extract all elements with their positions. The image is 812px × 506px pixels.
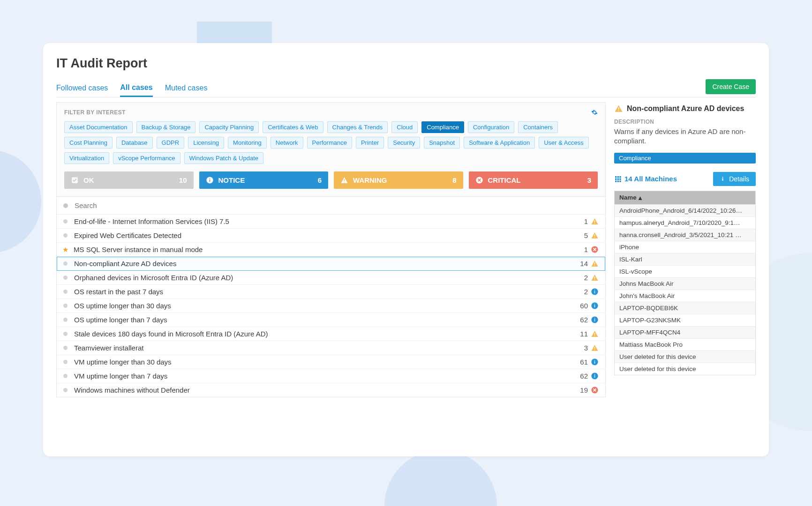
severity-notice[interactable]: NOTICE 6 xyxy=(199,171,329,189)
table-header[interactable]: Name ▴ xyxy=(615,191,755,204)
filter-chip[interactable]: Windows Patch & Update xyxy=(184,152,263,164)
bullet-icon xyxy=(63,332,68,336)
table-row[interactable]: Mattiass MacBook Pro xyxy=(615,338,755,350)
case-row[interactable]: ★MS SQL Server instance in manual mode1 xyxy=(57,243,605,257)
filter-chip[interactable]: Software & Application xyxy=(464,137,535,149)
filter-chip[interactable]: Capacity Planning xyxy=(199,121,259,133)
case-row[interactable]: VM uptime longer than 30 days61 xyxy=(57,355,605,369)
table-row[interactable]: ISL-Karl xyxy=(615,253,755,265)
case-row[interactable]: Windows machines without Defender19 xyxy=(57,383,605,397)
severity-ok[interactable]: OK 10 xyxy=(64,171,194,189)
tab-all[interactable]: All cases xyxy=(120,80,152,97)
filter-chip[interactable]: Asset Documentation xyxy=(64,121,133,133)
case-row[interactable]: Stale devices 180 days found in Microsof… xyxy=(57,327,605,341)
filter-chip[interactable]: Performance xyxy=(307,137,352,149)
check-icon xyxy=(71,176,79,184)
case-label: VM uptime longer than 30 days xyxy=(74,358,580,366)
severity-bar: OK 10 NOTICE 6 WARNING 8 xyxy=(64,171,598,189)
bullet-icon xyxy=(63,360,68,364)
svg-rect-33 xyxy=(594,375,595,378)
bullet-icon xyxy=(63,318,68,322)
warning-icon xyxy=(591,231,599,239)
filter-chip[interactable]: Changes & Trends xyxy=(327,121,388,133)
svg-rect-30 xyxy=(594,361,595,364)
filter-chip[interactable]: Monitoring xyxy=(228,137,267,149)
filter-chip[interactable]: Licensing xyxy=(188,137,224,149)
filter-chip[interactable]: Compliance xyxy=(421,121,464,133)
svg-rect-42 xyxy=(617,178,619,179)
severity-critical[interactable]: CRITICAL 3 xyxy=(469,171,598,189)
case-row[interactable]: Orphaned devices in Microsoft Entra ID (… xyxy=(57,271,605,285)
svg-rect-9 xyxy=(594,234,595,236)
detail-tag[interactable]: Compliance xyxy=(614,153,756,164)
filter-chip[interactable]: Configuration xyxy=(468,121,514,133)
table-row[interactable]: ISL-vScope xyxy=(615,265,755,277)
gear-icon[interactable] xyxy=(591,109,598,116)
table-row[interactable]: iPhone xyxy=(615,241,755,253)
bullet-icon xyxy=(63,346,68,350)
create-case-button[interactable]: Create Case xyxy=(706,79,756,94)
search-input[interactable] xyxy=(75,201,599,209)
case-label: Orphaned devices in Microsoft Entra ID (… xyxy=(74,274,584,282)
case-row[interactable]: OS uptime longer than 30 days60 xyxy=(57,299,605,313)
filter-chips: Asset DocumentationBackup & StorageCapac… xyxy=(64,121,598,164)
case-label: Windows machines without Defender xyxy=(74,386,580,394)
table-row[interactable]: LAPTOP-BQDEBI6K xyxy=(615,302,755,314)
case-row[interactable]: Expired Web Certificates Detected5 xyxy=(57,229,605,243)
table-row[interactable]: LAPTOP-G23NKSMK xyxy=(615,314,755,326)
svg-rect-20 xyxy=(594,305,595,307)
details-button[interactable]: Details xyxy=(713,172,756,186)
severity-warning[interactable]: WARNING 8 xyxy=(334,171,463,189)
bullet-icon xyxy=(63,275,68,280)
table-row[interactable]: hanna.cronsell_Android_3/5/2021_10:21 … xyxy=(615,229,755,241)
critical-icon xyxy=(591,386,599,394)
filter-chip[interactable]: Containers xyxy=(518,121,558,133)
case-count: 2 xyxy=(584,288,588,296)
filter-chip[interactable]: Cloud xyxy=(391,121,418,133)
case-count: 62 xyxy=(580,372,588,380)
case-row[interactable]: OS uptime longer than 7 days62 xyxy=(57,313,605,327)
table-row[interactable]: Johns MacBook Air xyxy=(615,277,755,290)
table-row[interactable]: User deleted for this device xyxy=(615,363,755,375)
case-row[interactable]: Teamviewer installerat3 xyxy=(57,341,605,355)
case-row[interactable]: VM uptime longer than 7 days62 xyxy=(57,369,605,383)
filter-chip[interactable]: Backup & Storage xyxy=(136,121,196,133)
svg-rect-38 xyxy=(615,176,617,178)
filter-chip[interactable]: Security xyxy=(388,137,420,149)
case-row[interactable]: OS restart in the past 7 days2 xyxy=(57,285,605,299)
svg-rect-21 xyxy=(594,304,595,304)
filter-chip[interactable]: Certificates & Web xyxy=(263,121,323,133)
warning-icon xyxy=(591,344,599,352)
case-row[interactable]: End-of-life - Internet Information Servi… xyxy=(57,215,605,229)
svg-rect-24 xyxy=(594,318,595,318)
filter-chip[interactable]: Printer xyxy=(356,137,384,149)
bullet-icon xyxy=(63,261,68,266)
svg-rect-27 xyxy=(594,347,595,349)
filter-chip[interactable]: Network xyxy=(271,137,303,149)
filter-title: FILTER BY INTEREST xyxy=(64,109,126,116)
svg-rect-10 xyxy=(594,237,595,238)
filter-chip[interactable]: Database xyxy=(116,137,153,149)
filter-chip[interactable]: vScope Performance xyxy=(113,152,180,164)
filter-chip[interactable]: Virtualization xyxy=(64,152,109,164)
case-row[interactable]: Non-compliant Azure AD devices14 xyxy=(57,257,605,271)
case-label: Teamviewer installerat xyxy=(74,344,584,352)
table-row[interactable]: User deleted for this device xyxy=(615,350,755,363)
filter-chip[interactable]: Snapshot xyxy=(424,137,460,149)
table-row[interactable]: hampus.alneryd_Android_7/10/2020_9:1… xyxy=(615,216,755,229)
tab-followed[interactable]: Followed cases xyxy=(56,80,108,96)
tab-muted[interactable]: Muted cases xyxy=(165,80,208,96)
table-row[interactable]: LAPTOP-MFF4QCN4 xyxy=(615,326,755,338)
filter-chip[interactable]: User & Access xyxy=(539,137,589,149)
filter-chip[interactable]: GDPR xyxy=(157,137,185,149)
table-row[interactable]: AndroidPhone_Android_6/14/2022_10:26… xyxy=(615,204,755,216)
notice-icon xyxy=(591,288,599,296)
table-row[interactable]: John's MacBook Air xyxy=(615,290,755,302)
case-label: OS uptime longer than 7 days xyxy=(74,316,580,324)
svg-rect-18 xyxy=(594,290,595,290)
filter-chip[interactable]: Cost Planning xyxy=(64,137,113,149)
svg-rect-7 xyxy=(594,220,595,222)
case-count: 3 xyxy=(584,344,588,352)
machines-link[interactable]: 14 All Machines xyxy=(614,175,677,183)
svg-rect-13 xyxy=(594,265,595,266)
